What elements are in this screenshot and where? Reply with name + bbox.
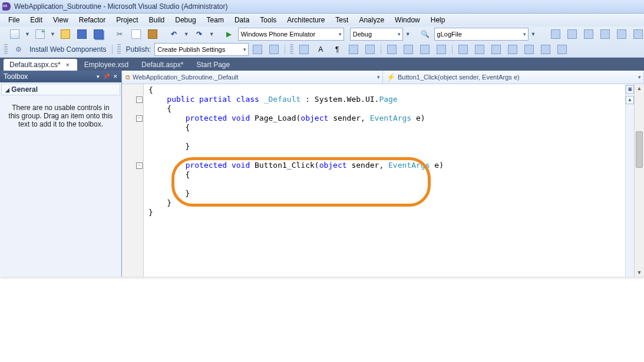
publish-button-2[interactable] <box>266 43 282 56</box>
document-tab[interactable]: Default.aspx.cs*× <box>4 59 77 71</box>
new-project-button[interactable] <box>7 28 22 41</box>
save-all-button[interactable] <box>91 28 106 41</box>
text-button-9[interactable] <box>434 43 449 56</box>
toolbar-grip[interactable] <box>117 44 121 55</box>
save-button[interactable] <box>74 28 90 41</box>
publish-profile-combo[interactable]: Create Publish Settings <box>154 43 249 56</box>
editor-splitter[interactable]: ▣ ▲ <box>625 84 634 277</box>
text-button-6[interactable] <box>384 43 399 56</box>
new-project-dropdown[interactable]: ▼ <box>24 28 31 40</box>
menu-window[interactable]: Window <box>390 15 425 25</box>
menu-analyze[interactable]: Analyze <box>354 15 389 25</box>
code-area[interactable]: −−− { public partial class _Default : Sy… <box>122 84 644 277</box>
misc-button-3[interactable] <box>581 28 596 41</box>
vertical-scrollbar[interactable]: ▲ ▼ <box>634 84 644 277</box>
find-combo[interactable]: gLogFile <box>434 28 529 41</box>
menu-edit[interactable]: Edit <box>25 15 47 25</box>
split-handle-icon[interactable]: ▣ <box>626 85 634 94</box>
class-nav-combo[interactable]: ⧉ WebApplication_Subroutine._Default <box>122 71 383 84</box>
window-title: WebApplication_Subroutine - Microsoft Vi… <box>14 2 227 11</box>
scroll-down-arrow[interactable]: ▼ <box>635 268 644 277</box>
fold-toggle-icon[interactable]: − <box>136 97 143 103</box>
misc-button-1[interactable] <box>548 28 563 41</box>
find-dropdown[interactable]: ▼ <box>530 28 537 40</box>
menu-refactor[interactable]: Refactor <box>74 15 110 25</box>
text-button-14[interactable] <box>521 43 537 56</box>
undo-button[interactable]: ↶ <box>166 28 181 41</box>
member-nav-combo[interactable]: ⚡ Button1_Click(object sender, EventArgs… <box>383 71 644 84</box>
undo-dropdown[interactable]: ▼ <box>183 28 190 40</box>
debug-target-combo[interactable]: Windows Phone Emulator <box>238 28 344 41</box>
menu-help[interactable]: Help <box>426 15 450 25</box>
text-button-7[interactable] <box>401 43 416 56</box>
scroll-thumb[interactable] <box>636 131 643 168</box>
text-button-15[interactable] <box>538 43 553 56</box>
member-nav-label: Button1_Click(object sender, EventArgs e… <box>398 74 520 81</box>
menu-view[interactable]: View <box>48 15 73 25</box>
misc-button-2[interactable] <box>564 28 580 41</box>
open-file-button[interactable] <box>58 28 73 41</box>
fold-toggle-icon[interactable]: − <box>136 162 143 169</box>
toolbox-empty-message[interactable]: There are no usable controls in this gro… <box>0 97 121 277</box>
text-button-5[interactable] <box>362 43 378 56</box>
redo-button[interactable]: ↷ <box>191 28 207 41</box>
add-item-dropdown[interactable]: ▼ <box>49 28 57 40</box>
panel-menu-icon[interactable]: ▾ <box>97 74 100 79</box>
text-button-10[interactable] <box>455 43 471 56</box>
menu-data[interactable]: Data <box>230 15 254 25</box>
menu-architecture[interactable]: Architecture <box>282 15 329 25</box>
tab-close-icon[interactable]: × <box>64 61 71 68</box>
document-tab[interactable]: Default.aspx* <box>136 59 189 71</box>
text-button-12[interactable] <box>488 43 504 56</box>
visual-studio-icon <box>2 2 11 11</box>
document-tab-label: Employee.xsd <box>84 61 128 69</box>
misc-button-4[interactable] <box>597 28 613 41</box>
document-tab-label: Default.aspx.cs* <box>9 61 61 69</box>
menu-debug[interactable]: Debug <box>170 15 200 25</box>
code-text[interactable]: { public partial class _Default : System… <box>144 84 625 277</box>
paste-button[interactable] <box>145 28 160 41</box>
panel-pin-icon[interactable]: 📌 <box>103 74 110 79</box>
cut-button[interactable]: ✂ <box>112 28 127 41</box>
menu-tools[interactable]: Tools <box>255 15 281 25</box>
text-button-8[interactable] <box>417 43 432 56</box>
misc-button-5[interactable] <box>614 28 629 41</box>
code-gutter[interactable]: −−− <box>122 84 144 277</box>
toolbox-group-label: General <box>11 85 38 94</box>
find-icon[interactable]: 🔍 <box>418 28 433 41</box>
toolbox-title-bar[interactable]: Toolbox ▾ 📌 ✕ <box>0 71 121 82</box>
install-components-label[interactable]: Install Web Components <box>27 44 109 55</box>
menu-file[interactable]: File <box>4 15 24 25</box>
redo-dropdown[interactable]: ▼ <box>208 28 216 40</box>
panel-close-icon[interactable]: ✕ <box>113 74 118 79</box>
scroll-up-arrow[interactable]: ▲ <box>635 84 644 92</box>
document-tab-label: Default.aspx* <box>141 61 183 69</box>
solution-config-combo[interactable]: Debug <box>350 28 403 41</box>
menu-test[interactable]: Test <box>331 15 353 25</box>
toolbar-grip[interactable] <box>4 44 8 55</box>
document-tab[interactable]: Employee.xsd <box>78 59 134 71</box>
text-button-16[interactable] <box>554 43 570 56</box>
menu-project[interactable]: Project <box>111 15 143 25</box>
text-button-1[interactable] <box>296 43 312 56</box>
toolbox-title: Toolbox <box>4 72 28 81</box>
document-tab[interactable]: Start Page <box>190 59 236 71</box>
text-button-2[interactable]: A <box>313 43 328 56</box>
text-button-13[interactable] <box>505 43 520 56</box>
menu-team[interactable]: Team <box>202 15 229 25</box>
install-components-icon[interactable]: ⚙ <box>11 43 26 56</box>
copy-button[interactable] <box>128 28 144 41</box>
start-debugging-button[interactable]: ▶ <box>222 28 237 41</box>
text-button-4[interactable] <box>346 43 361 56</box>
toolbar-grip[interactable] <box>290 44 293 55</box>
add-item-button[interactable] <box>32 28 48 41</box>
solution-config-dropdown[interactable]: ▼ <box>404 28 412 40</box>
nav-up-icon[interactable]: ▲ <box>626 96 634 104</box>
publish-button-1[interactable] <box>250 43 265 56</box>
toolbox-group-header[interactable]: ◢ General <box>1 84 120 95</box>
misc-button-6[interactable] <box>630 28 644 41</box>
text-button-3[interactable]: ¶ <box>329 43 345 56</box>
fold-toggle-icon[interactable]: − <box>136 115 143 122</box>
menu-build[interactable]: Build <box>144 15 170 25</box>
text-button-11[interactable] <box>472 43 487 56</box>
